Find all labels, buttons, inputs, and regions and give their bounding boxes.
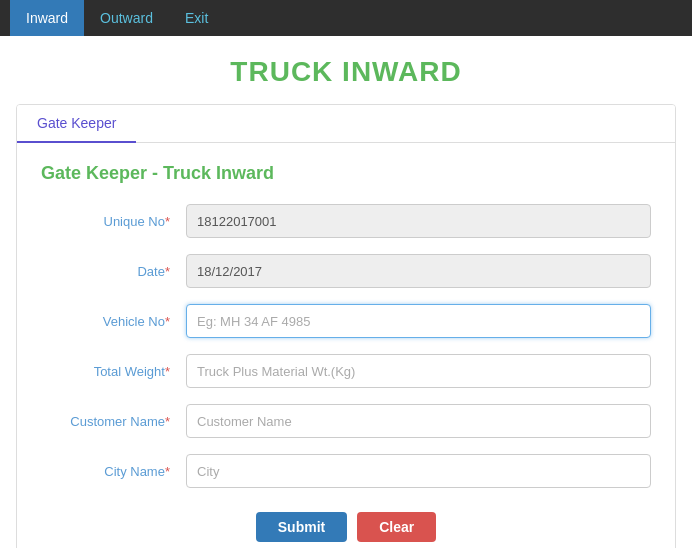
- input-unique-no: [186, 204, 651, 238]
- main-card: Gate Keeper Gate Keeper - Truck Inward U…: [16, 104, 676, 548]
- label-date: Date*: [41, 264, 186, 279]
- required-mark: *: [165, 264, 170, 279]
- navbar: Inward Outward Exit: [0, 0, 692, 36]
- input-customer-name[interactable]: [186, 404, 651, 438]
- label-unique-no: Unique No*: [41, 214, 186, 229]
- required-mark: *: [165, 214, 170, 229]
- label-total-weight: Total Weight*: [41, 364, 186, 379]
- input-total-weight[interactable]: [186, 354, 651, 388]
- button-row: Submit Clear: [41, 512, 651, 542]
- label-customer-name: Customer Name*: [41, 414, 186, 429]
- form-row-date: Date*: [41, 254, 651, 288]
- required-mark: *: [165, 464, 170, 479]
- required-mark: *: [165, 414, 170, 429]
- label-vehicle-no: Vehicle No*: [41, 314, 186, 329]
- clear-button[interactable]: Clear: [357, 512, 436, 542]
- tab-gate-keeper[interactable]: Gate Keeper: [17, 105, 136, 143]
- form-container: Unique No*Date*Vehicle No*Total Weight*C…: [41, 204, 651, 488]
- input-city-name[interactable]: [186, 454, 651, 488]
- submit-button[interactable]: Submit: [256, 512, 347, 542]
- section-title: Gate Keeper - Truck Inward: [41, 163, 651, 184]
- required-mark: *: [165, 314, 170, 329]
- form-row-unique-no: Unique No*: [41, 204, 651, 238]
- tab-bar: Gate Keeper: [17, 105, 675, 143]
- nav-item-outward[interactable]: Outward: [84, 0, 169, 36]
- card-body: Gate Keeper - Truck Inward Unique No*Dat…: [17, 143, 675, 548]
- label-city-name: City Name*: [41, 464, 186, 479]
- nav-item-inward[interactable]: Inward: [10, 0, 84, 36]
- form-row-total-weight: Total Weight*: [41, 354, 651, 388]
- form-row-vehicle-no: Vehicle No*: [41, 304, 651, 338]
- input-date: [186, 254, 651, 288]
- required-mark: *: [165, 364, 170, 379]
- nav-item-exit[interactable]: Exit: [169, 0, 224, 36]
- page-title: TRUCK INWARD: [0, 36, 692, 104]
- input-vehicle-no[interactable]: [186, 304, 651, 338]
- form-row-customer-name: Customer Name*: [41, 404, 651, 438]
- form-row-city-name: City Name*: [41, 454, 651, 488]
